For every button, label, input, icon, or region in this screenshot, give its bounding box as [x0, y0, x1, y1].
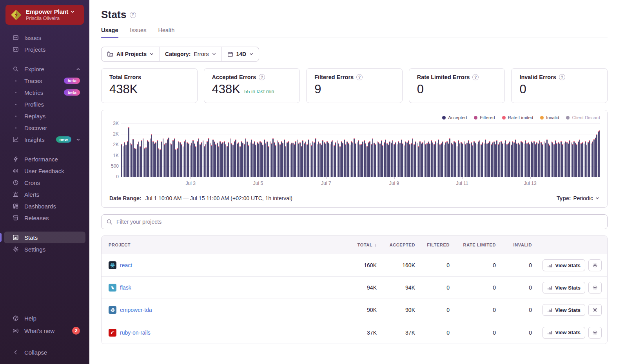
column-header-total[interactable]: TOTAL↓ [337, 242, 379, 248]
chart-bar[interactable] [442, 141, 443, 177]
chart-bar[interactable] [579, 139, 581, 177]
chart-bar[interactable] [371, 144, 372, 177]
chart-bar[interactable] [521, 141, 522, 177]
sidebar-item-profiles[interactable]: Profiles [4, 98, 85, 110]
chart-bar[interactable] [406, 142, 408, 177]
chart-bar[interactable] [417, 143, 418, 177]
chart-bar[interactable] [137, 144, 138, 177]
chart-bar[interactable] [571, 142, 572, 177]
sidebar-item-projects[interactable]: Projects [4, 43, 85, 55]
chart-bar[interactable] [542, 144, 543, 177]
org-switcher[interactable]: Empower Plant Priscila Oliveira [5, 5, 84, 25]
chart-bar[interactable] [422, 142, 423, 177]
chart-bar[interactable] [255, 145, 256, 177]
chart-bar[interactable] [509, 141, 510, 177]
chart-bar[interactable] [458, 140, 459, 177]
chart-bar[interactable] [475, 143, 476, 177]
chart-bar[interactable] [177, 148, 178, 177]
view-stats-button[interactable]: View Stats [542, 282, 585, 293]
chart-bar[interactable] [388, 145, 389, 177]
chart-bar[interactable] [180, 142, 181, 177]
chart-bar[interactable] [379, 143, 381, 177]
chart-bar[interactable] [262, 145, 263, 177]
chart-bar[interactable] [357, 142, 358, 177]
chart-bar[interactable] [200, 144, 201, 177]
column-header-filtered[interactable]: FILTERED [417, 243, 452, 247]
chart-bar[interactable] [201, 142, 202, 177]
chart-bar[interactable] [148, 141, 149, 177]
chart-bar[interactable] [339, 146, 341, 177]
chart-bar[interactable] [155, 142, 156, 177]
chart-bar[interactable] [132, 139, 134, 177]
chart-bar[interactable] [439, 144, 441, 177]
chart-bar[interactable] [399, 143, 401, 177]
chart-bar[interactable] [526, 143, 528, 177]
chart-bar[interactable] [259, 141, 261, 177]
chart-bar[interactable] [317, 144, 318, 177]
chart-bar[interactable] [566, 142, 568, 177]
chart-bar[interactable] [171, 144, 172, 177]
chart-bar[interactable] [593, 139, 595, 177]
sidebar-item-performance[interactable]: Performance [4, 153, 85, 165]
chart-bar[interactable] [284, 139, 285, 177]
chart-bar[interactable] [555, 140, 556, 177]
date-range-dropdown[interactable]: 14D [221, 47, 259, 61]
chart-bar[interactable] [325, 143, 327, 177]
chart-bar[interactable] [203, 140, 204, 177]
chart-bar[interactable] [281, 141, 282, 177]
chart-bar[interactable] [588, 142, 589, 177]
chart-bar[interactable] [351, 141, 352, 177]
legend-item-rate-limited[interactable]: Rate Limited [502, 115, 533, 120]
chart-bar[interactable] [211, 145, 212, 177]
chart-bar[interactable] [401, 139, 402, 177]
chart-bar[interactable] [502, 143, 503, 177]
chart-bar[interactable] [294, 144, 295, 177]
chart-bar[interactable] [175, 149, 176, 177]
chart-bar[interactable] [267, 141, 268, 177]
chart-bar[interactable] [412, 138, 414, 177]
chart-bar[interactable] [130, 143, 131, 177]
chart-bar[interactable] [220, 141, 221, 177]
chart-bar[interactable] [164, 144, 165, 177]
chart-bar[interactable] [352, 142, 354, 177]
chart-bar[interactable] [408, 140, 409, 177]
chart-bar[interactable] [207, 141, 208, 177]
chart-bar[interactable] [551, 141, 552, 177]
chart-bar[interactable] [332, 140, 334, 177]
chart-bar[interactable] [576, 144, 577, 177]
chart-bar[interactable] [237, 143, 238, 177]
chart-bar[interactable] [528, 142, 529, 177]
chart-bar[interactable] [496, 140, 497, 177]
chart-bar[interactable] [405, 141, 406, 177]
chart-bar[interactable] [324, 142, 325, 177]
chart-bar[interactable] [143, 138, 144, 177]
chart-bar[interactable] [154, 143, 155, 177]
chart-bar[interactable] [228, 142, 229, 177]
chart-bar[interactable] [252, 143, 254, 177]
chart-bar[interactable] [354, 138, 355, 177]
chart-bar[interactable] [163, 138, 164, 177]
view-stats-button[interactable]: View Stats [542, 327, 585, 339]
chart-bar[interactable] [172, 140, 174, 177]
project-settings-button[interactable] [588, 259, 602, 271]
chart-bar[interactable] [274, 142, 275, 177]
chart-bar[interactable] [569, 140, 570, 177]
chart-bar[interactable] [524, 143, 525, 177]
chart-bar[interactable] [150, 138, 151, 177]
chart-bar[interactable] [397, 144, 398, 177]
chart-bar[interactable] [261, 142, 262, 177]
chart-bar[interactable] [513, 142, 515, 177]
chart-bar[interactable] [290, 144, 291, 177]
chart-bar[interactable] [241, 141, 242, 177]
chart-bar[interactable] [277, 140, 278, 177]
chart-bar[interactable] [191, 143, 192, 177]
sidebar-item-user-feedback[interactable]: User Feedback [4, 165, 85, 177]
chart-bar[interactable] [411, 143, 412, 177]
chart-bar[interactable] [195, 146, 196, 177]
chart-bar[interactable] [174, 138, 175, 177]
chart-bar[interactable] [506, 144, 508, 177]
project-settings-button[interactable] [588, 327, 602, 339]
chart-bar[interactable] [369, 141, 370, 177]
chart-bar[interactable] [437, 143, 438, 177]
chart-bar[interactable] [485, 139, 486, 177]
